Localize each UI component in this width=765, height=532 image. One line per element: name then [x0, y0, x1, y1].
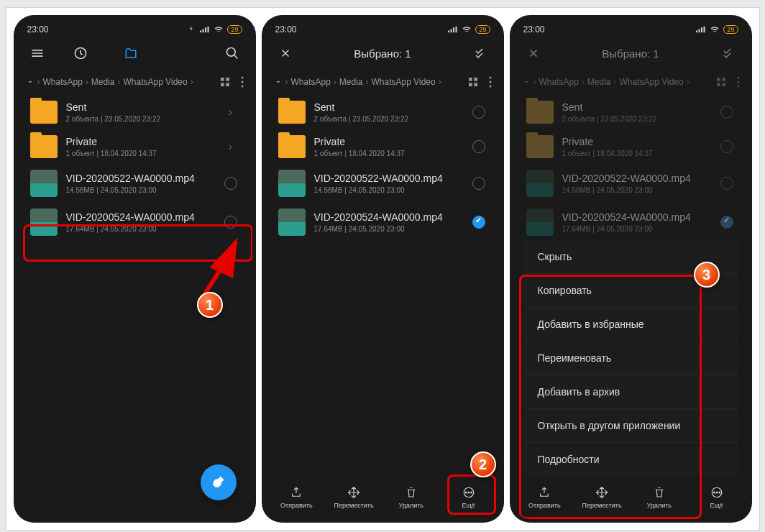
folder-row-sent[interactable]: Sent 2 объекта | 23.05.2020 23:22 ›	[27, 95, 242, 129]
svg-rect-28	[696, 30, 697, 32]
file-meta: 1 объект | 18.04.2020 14:37	[66, 150, 214, 157]
battery-icon: 29	[227, 25, 242, 34]
svg-rect-6	[221, 78, 224, 81]
svg-point-12	[241, 86, 243, 88]
folder-icon	[278, 101, 306, 124]
selection-count: Выбрано: 1	[293, 47, 473, 60]
arrow-1	[141, 231, 242, 311]
folder-row-private[interactable]: Private 1 объект | 18.04.2020 14:37 ›	[27, 129, 242, 164]
svg-rect-8	[221, 83, 224, 86]
svg-rect-20	[474, 83, 477, 86]
breadcrumb: › WhatsApp › Media › WhatsApp Video ›	[265, 69, 500, 95]
folder-icon	[278, 135, 306, 158]
context-menu: Скрыть Копировать Добавить в избранные П…	[523, 240, 738, 476]
search-icon[interactable]	[225, 46, 239, 60]
select-all-icon[interactable]	[721, 46, 736, 60]
file-name: Private	[66, 136, 214, 147]
file-meta: 17.64MB | 24.05.2020 23:00	[66, 225, 214, 233]
menu-copy[interactable]: Копировать	[523, 274, 738, 308]
select-radio[interactable]	[470, 175, 487, 192]
crumb[interactable]: Media	[91, 77, 115, 87]
step-indicator-2: 2	[470, 451, 496, 477]
menu-icon[interactable]	[30, 46, 45, 60]
folder-icon	[526, 135, 554, 158]
battery-icon: 29	[475, 25, 490, 34]
clean-fab-button[interactable]	[201, 464, 237, 500]
recent-tab-icon[interactable]	[73, 46, 88, 60]
move-button[interactable]: Переместить	[573, 486, 631, 509]
menu-hide[interactable]: Скрыть	[523, 240, 738, 274]
menu-favorite[interactable]: Добавить в избранные	[523, 308, 738, 341]
select-radio[interactable]	[470, 104, 487, 121]
svg-rect-18	[474, 78, 477, 81]
folder-icon	[30, 135, 58, 158]
svg-rect-17	[469, 78, 472, 81]
menu-rename[interactable]: Переименовать	[523, 341, 738, 375]
svg-point-21	[489, 77, 491, 79]
send-button[interactable]: Отправить	[268, 486, 326, 509]
svg-rect-35	[722, 83, 725, 86]
screen-1: 23:00 29 › WhatsApp › Media	[17, 19, 252, 519]
svg-point-11	[241, 81, 243, 83]
video-thumbnail	[30, 170, 58, 197]
video-thumbnail	[526, 208, 554, 236]
svg-point-41	[716, 492, 718, 493]
svg-point-25	[465, 492, 467, 493]
svg-point-37	[737, 81, 739, 83]
selection-toolbar: Выбрано: 1	[513, 37, 748, 69]
svg-point-42	[718, 492, 720, 493]
screen-2: 23:00 29 Выбрано: 1 › WhatsApp › Media ›	[265, 19, 500, 519]
send-button[interactable]: Отправить	[516, 486, 574, 509]
file-row-vid22[interactable]: VID-20200522-WA0000.mp4 14.58MB | 24.05.…	[27, 164, 242, 203]
grid-view-icon[interactable]	[219, 76, 231, 88]
file-name: Sent	[66, 101, 214, 113]
status-icons: 29	[696, 25, 738, 34]
phone-frame-3: 23:00 29 Выбрано: 1 › WhatsApp › Media ›	[510, 15, 752, 523]
status-icons: 29	[448, 25, 490, 34]
svg-rect-31	[704, 27, 705, 32]
more-button[interactable]: Ещё	[688, 486, 746, 509]
close-icon[interactable]	[278, 46, 293, 60]
menu-archive[interactable]: Добавить в архив	[523, 375, 738, 409]
close-icon[interactable]	[526, 46, 541, 60]
status-time: 23:00	[27, 24, 49, 35]
more-vert-icon[interactable]	[241, 76, 244, 88]
select-radio[interactable]	[222, 175, 239, 192]
breadcrumb: › WhatsApp › Media › WhatsApp Video ›	[513, 69, 748, 95]
battery-icon: 29	[723, 25, 738, 34]
select-radio[interactable]	[222, 214, 239, 231]
svg-rect-33	[722, 78, 725, 81]
folder-tab-icon[interactable]	[124, 46, 138, 60]
delete-button[interactable]: Удалить	[631, 486, 688, 509]
select-radio[interactable]	[470, 138, 487, 155]
menu-openwith[interactable]: Открыть в другом приложении	[523, 409, 738, 443]
select-all-icon[interactable]	[473, 46, 487, 60]
folder-icon	[526, 101, 554, 124]
select-radio[interactable]	[470, 214, 487, 231]
crumb[interactable]: WhatsApp	[43, 77, 83, 87]
svg-rect-16	[456, 27, 457, 32]
folder-row-private: Private 1 объект | 18.04.2020 14:37	[523, 129, 738, 164]
svg-rect-0	[200, 30, 201, 32]
selection-toolbar: Выбрано: 1	[265, 37, 500, 69]
more-button[interactable]: Ещё	[440, 486, 498, 509]
svg-rect-34	[717, 83, 720, 86]
folder-row-private[interactable]: Private 1 объект | 18.04.2020 14:37	[275, 129, 490, 164]
file-row-vid22[interactable]: VID-20200522-WA0000.mp4 14.58MB | 24.05.…	[275, 164, 490, 203]
svg-rect-15	[453, 27, 454, 32]
breadcrumb[interactable]: › WhatsApp › Media › WhatsApp Video ›	[17, 69, 252, 95]
menu-details[interactable]: Подробности	[523, 443, 738, 476]
video-thumbnail	[278, 208, 306, 236]
folder-row-sent[interactable]: Sent 2 объекта | 23.05.2020 23:22	[275, 95, 490, 129]
bottom-action-bar: Отправить Переместить Удалить Ещё	[513, 479, 748, 519]
file-row-vid24[interactable]: VID-20200524-WA0000.mp4 17.64MB | 24.05.…	[27, 203, 242, 242]
file-row-vid24[interactable]: VID-20200524-WA0000.mp4 17.64MB | 24.05.…	[275, 203, 490, 242]
bottom-action-bar: Отправить Переместить Удалить Ещё	[265, 479, 500, 519]
phone-frame-1: 23:00 29 › WhatsApp › Media	[14, 15, 256, 523]
delete-button[interactable]: Удалить	[382, 486, 440, 509]
file-list: Sent 2 объекта | 23.05.2020 23:22 › Priv…	[17, 95, 252, 242]
move-button[interactable]: Переместить	[325, 486, 382, 509]
svg-point-36	[737, 77, 739, 79]
crumb[interactable]: WhatsApp Video	[124, 77, 188, 87]
svg-rect-13	[448, 30, 449, 32]
